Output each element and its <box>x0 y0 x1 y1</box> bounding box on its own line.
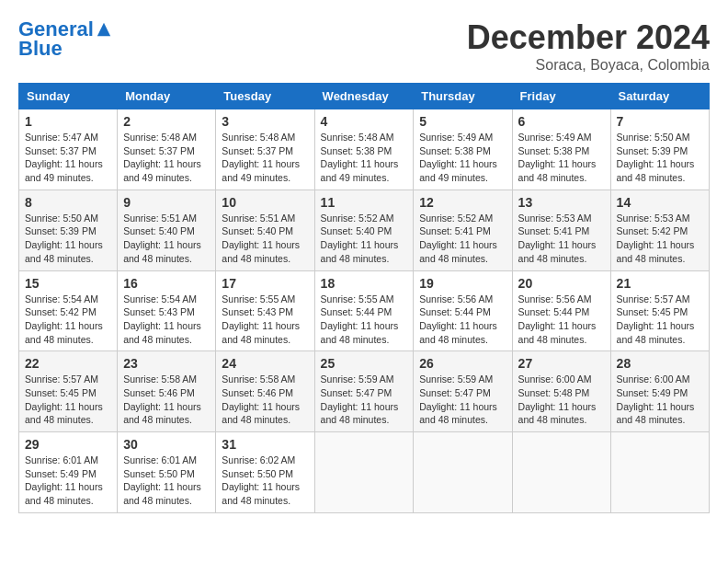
calendar-cell: 19 Sunrise: 5:56 AM Sunset: 5:44 PM Dayl… <box>414 270 512 351</box>
day-number: 18 <box>321 276 408 291</box>
calendar-cell: 27 Sunrise: 6:00 AM Sunset: 5:48 PM Dayl… <box>512 351 610 432</box>
day-number: 24 <box>222 356 308 371</box>
calendar-cell: 28 Sunrise: 6:00 AM Sunset: 5:49 PM Dayl… <box>610 351 709 432</box>
calendar-cell: 31 Sunrise: 6:02 AM Sunset: 5:50 PM Dayl… <box>216 432 314 513</box>
calendar-cell: 25 Sunrise: 5:59 AM Sunset: 5:47 PM Dayl… <box>314 351 414 432</box>
calendar-cell: 26 Sunrise: 5:59 AM Sunset: 5:47 PM Dayl… <box>414 351 512 432</box>
day-number: 8 <box>25 195 111 210</box>
day-number: 15 <box>25 276 111 291</box>
day-number: 11 <box>321 195 408 210</box>
day-number: 6 <box>518 114 605 129</box>
day-info: Sunrise: 5:47 AM Sunset: 5:37 PM Dayligh… <box>25 131 111 185</box>
location-title: Soraca, Boyaca, Colombia <box>467 57 710 74</box>
calendar-cell: 5 Sunrise: 5:49 AM Sunset: 5:38 PM Dayli… <box>414 109 512 190</box>
day-number: 30 <box>123 437 210 452</box>
weekday-header-tuesday: Tuesday <box>216 84 314 109</box>
day-number: 27 <box>518 356 605 371</box>
calendar-cell: 3 Sunrise: 5:48 AM Sunset: 5:37 PM Dayli… <box>216 109 314 190</box>
day-info: Sunrise: 6:01 AM Sunset: 5:50 PM Dayligh… <box>123 454 210 508</box>
week-row-3: 15 Sunrise: 5:54 AM Sunset: 5:42 PM Dayl… <box>19 270 710 351</box>
header: General Blue December 2024 Soraca, Boyac… <box>18 18 710 74</box>
day-info: Sunrise: 5:58 AM Sunset: 5:46 PM Dayligh… <box>222 373 308 427</box>
day-info: Sunrise: 5:57 AM Sunset: 5:45 PM Dayligh… <box>25 373 111 427</box>
calendar-cell: 14 Sunrise: 5:53 AM Sunset: 5:42 PM Dayl… <box>610 190 709 270</box>
week-row-4: 22 Sunrise: 5:57 AM Sunset: 5:45 PM Dayl… <box>19 351 710 432</box>
day-number: 22 <box>25 356 111 371</box>
weekday-header-friday: Friday <box>512 84 610 109</box>
day-info: Sunrise: 5:48 AM Sunset: 5:37 PM Dayligh… <box>123 131 210 185</box>
calendar-cell: 1 Sunrise: 5:47 AM Sunset: 5:37 PM Dayli… <box>19 109 118 190</box>
day-number: 5 <box>419 114 506 129</box>
day-info: Sunrise: 5:52 AM Sunset: 5:41 PM Dayligh… <box>419 212 506 266</box>
calendar-cell: 30 Sunrise: 6:01 AM Sunset: 5:50 PM Dayl… <box>118 432 216 513</box>
weekday-header-saturday: Saturday <box>610 84 709 109</box>
calendar-cell: 8 Sunrise: 5:50 AM Sunset: 5:39 PM Dayli… <box>19 190 118 270</box>
week-row-5: 29 Sunrise: 6:01 AM Sunset: 5:49 PM Dayl… <box>19 432 710 513</box>
day-info: Sunrise: 5:56 AM Sunset: 5:44 PM Dayligh… <box>419 293 506 347</box>
day-number: 25 <box>321 356 408 371</box>
day-info: Sunrise: 5:51 AM Sunset: 5:40 PM Dayligh… <box>222 212 308 266</box>
weekday-header-thursday: Thursday <box>414 84 512 109</box>
day-number: 12 <box>419 195 506 210</box>
day-number: 3 <box>222 114 308 129</box>
day-info: Sunrise: 5:49 AM Sunset: 5:38 PM Dayligh… <box>419 131 506 185</box>
day-info: Sunrise: 6:00 AM Sunset: 5:49 PM Dayligh… <box>617 373 703 427</box>
week-row-1: 1 Sunrise: 5:47 AM Sunset: 5:37 PM Dayli… <box>19 109 710 190</box>
calendar-cell: 21 Sunrise: 5:57 AM Sunset: 5:45 PM Dayl… <box>610 270 709 351</box>
logo-icon <box>96 21 112 38</box>
day-info: Sunrise: 5:55 AM Sunset: 5:44 PM Dayligh… <box>321 293 408 347</box>
day-info: Sunrise: 5:48 AM Sunset: 5:37 PM Dayligh… <box>222 131 308 185</box>
calendar-cell: 10 Sunrise: 5:51 AM Sunset: 5:40 PM Dayl… <box>216 190 314 270</box>
day-info: Sunrise: 5:49 AM Sunset: 5:38 PM Dayligh… <box>518 131 605 185</box>
calendar-cell: 6 Sunrise: 5:49 AM Sunset: 5:38 PM Dayli… <box>512 109 610 190</box>
day-info: Sunrise: 5:51 AM Sunset: 5:40 PM Dayligh… <box>123 212 210 266</box>
calendar-cell: 12 Sunrise: 5:52 AM Sunset: 5:41 PM Dayl… <box>414 190 512 270</box>
day-info: Sunrise: 5:56 AM Sunset: 5:44 PM Dayligh… <box>518 293 605 347</box>
day-number: 2 <box>123 114 210 129</box>
day-info: Sunrise: 5:59 AM Sunset: 5:47 PM Dayligh… <box>321 373 408 427</box>
calendar-cell <box>512 432 610 513</box>
day-info: Sunrise: 5:52 AM Sunset: 5:40 PM Dayligh… <box>321 212 408 266</box>
weekday-header-sunday: Sunday <box>19 84 118 109</box>
day-number: 9 <box>123 195 210 210</box>
day-number: 20 <box>518 276 605 291</box>
day-info: Sunrise: 5:54 AM Sunset: 5:43 PM Dayligh… <box>123 293 210 347</box>
month-title: December 2024 <box>467 18 710 57</box>
weekday-header-row: SundayMondayTuesdayWednesdayThursdayFrid… <box>19 84 710 109</box>
calendar-cell: 13 Sunrise: 5:53 AM Sunset: 5:41 PM Dayl… <box>512 190 610 270</box>
day-info: Sunrise: 5:54 AM Sunset: 5:42 PM Dayligh… <box>25 293 111 347</box>
title-area: December 2024 Soraca, Boyaca, Colombia <box>467 18 710 74</box>
day-info: Sunrise: 5:50 AM Sunset: 5:39 PM Dayligh… <box>617 131 703 185</box>
calendar-cell: 22 Sunrise: 5:57 AM Sunset: 5:45 PM Dayl… <box>19 351 118 432</box>
day-number: 17 <box>222 276 308 291</box>
calendar-cell <box>314 432 414 513</box>
day-info: Sunrise: 6:00 AM Sunset: 5:48 PM Dayligh… <box>518 373 605 427</box>
day-number: 31 <box>222 437 308 452</box>
day-number: 1 <box>25 114 111 129</box>
day-number: 23 <box>123 356 210 371</box>
week-row-2: 8 Sunrise: 5:50 AM Sunset: 5:39 PM Dayli… <box>19 190 710 270</box>
day-number: 10 <box>222 195 308 210</box>
calendar-cell: 17 Sunrise: 5:55 AM Sunset: 5:43 PM Dayl… <box>216 270 314 351</box>
calendar-cell: 24 Sunrise: 5:58 AM Sunset: 5:46 PM Dayl… <box>216 351 314 432</box>
calendar-cell: 15 Sunrise: 5:54 AM Sunset: 5:42 PM Dayl… <box>19 270 118 351</box>
calendar-cell: 16 Sunrise: 5:54 AM Sunset: 5:43 PM Dayl… <box>118 270 216 351</box>
calendar-cell: 9 Sunrise: 5:51 AM Sunset: 5:40 PM Dayli… <box>118 190 216 270</box>
day-number: 13 <box>518 195 605 210</box>
day-info: Sunrise: 6:01 AM Sunset: 5:49 PM Dayligh… <box>25 454 111 508</box>
weekday-header-wednesday: Wednesday <box>314 84 414 109</box>
day-number: 4 <box>321 114 408 129</box>
calendar-cell: 23 Sunrise: 5:58 AM Sunset: 5:46 PM Dayl… <box>118 351 216 432</box>
day-number: 28 <box>617 356 703 371</box>
calendar-cell: 18 Sunrise: 5:55 AM Sunset: 5:44 PM Dayl… <box>314 270 414 351</box>
day-number: 26 <box>419 356 506 371</box>
calendar-cell <box>414 432 512 513</box>
calendar-table: SundayMondayTuesdayWednesdayThursdayFrid… <box>18 83 710 513</box>
calendar-cell: 4 Sunrise: 5:48 AM Sunset: 5:38 PM Dayli… <box>314 109 414 190</box>
day-info: Sunrise: 5:53 AM Sunset: 5:42 PM Dayligh… <box>617 212 703 266</box>
calendar-cell: 29 Sunrise: 6:01 AM Sunset: 5:49 PM Dayl… <box>19 432 118 513</box>
svg-marker-0 <box>97 23 110 36</box>
day-number: 19 <box>419 276 506 291</box>
calendar-cell: 11 Sunrise: 5:52 AM Sunset: 5:40 PM Dayl… <box>314 190 414 270</box>
calendar-cell <box>610 432 709 513</box>
